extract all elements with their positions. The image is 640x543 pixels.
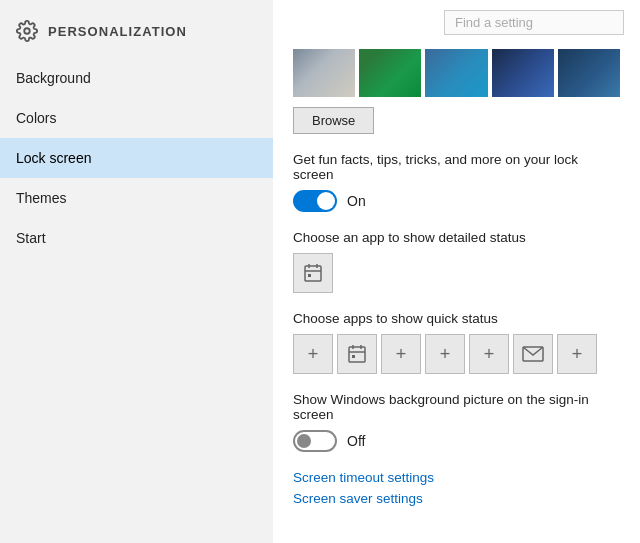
sign-in-toggle-thumb (297, 434, 311, 448)
mail-icon (522, 346, 544, 362)
detailed-status-app-box[interactable] (293, 253, 333, 293)
thumbnail-2[interactable] (359, 49, 421, 97)
svg-rect-6 (349, 347, 365, 362)
quick-status-mail[interactable] (513, 334, 553, 374)
sidebar-item-start[interactable]: Start (0, 218, 273, 258)
sign-in-toggle-row: Off (293, 430, 620, 452)
quick-status-label: Choose apps to show quick status (293, 311, 620, 326)
svg-point-0 (24, 28, 30, 34)
screen-timeout-link[interactable]: Screen timeout settings (293, 470, 620, 485)
quick-status-plus-2[interactable]: + (381, 334, 421, 374)
svg-rect-5 (308, 274, 311, 277)
gear-icon (16, 20, 38, 42)
calendar-icon-quick (347, 344, 367, 364)
sidebar: PERSONALIZATION Background Colors Lock s… (0, 0, 273, 543)
sign-in-toggle[interactable] (293, 430, 337, 452)
quick-status-app-row: + + + + (293, 334, 620, 374)
sidebar-header: PERSONALIZATION (0, 12, 273, 58)
fun-facts-toggle[interactable] (293, 190, 337, 212)
thumbnail-3[interactable] (425, 49, 487, 97)
fun-facts-toggle-label: On (347, 193, 366, 209)
detailed-status-app-row (293, 253, 620, 293)
thumbnail-1[interactable] (293, 49, 355, 97)
sidebar-title: PERSONALIZATION (48, 24, 187, 39)
svg-rect-10 (352, 355, 355, 358)
quick-status-plus-4[interactable]: + (469, 334, 509, 374)
sidebar-item-themes[interactable]: Themes (0, 178, 273, 218)
sidebar-item-background[interactable]: Background (0, 58, 273, 98)
sign-in-label: Show Windows background picture on the s… (293, 392, 620, 422)
thumbnail-5[interactable] (558, 49, 620, 97)
svg-rect-1 (305, 266, 321, 281)
fun-facts-toggle-row: On (293, 190, 620, 212)
quick-status-calendar[interactable] (337, 334, 377, 374)
fun-facts-toggle-thumb (317, 192, 335, 210)
calendar-icon (303, 263, 323, 283)
quick-status-plus-3[interactable]: + (425, 334, 465, 374)
main-content: Browse Get fun facts, tips, tricks, and … (273, 41, 640, 543)
plus-icon-5: + (572, 345, 583, 363)
quick-status-plus-5[interactable]: + (557, 334, 597, 374)
main-header (273, 0, 640, 41)
plus-icon-4: + (484, 345, 495, 363)
sidebar-item-colors[interactable]: Colors (0, 98, 273, 138)
screen-saver-link[interactable]: Screen saver settings (293, 491, 620, 506)
sign-in-toggle-label: Off (347, 433, 365, 449)
thumbnail-4[interactable] (492, 49, 554, 97)
detailed-status-label: Choose an app to show detailed status (293, 230, 620, 245)
main-panel: Browse Get fun facts, tips, tricks, and … (273, 0, 640, 543)
thumbnail-row (293, 49, 620, 97)
sidebar-item-lock-screen[interactable]: Lock screen (0, 138, 273, 178)
browse-button[interactable]: Browse (293, 107, 374, 134)
plus-icon-2: + (396, 345, 407, 363)
search-input[interactable] (444, 10, 624, 35)
plus-icon-3: + (440, 345, 451, 363)
quick-status-plus-1[interactable]: + (293, 334, 333, 374)
fun-facts-label: Get fun facts, tips, tricks, and more on… (293, 152, 620, 182)
plus-icon-1: + (308, 345, 319, 363)
